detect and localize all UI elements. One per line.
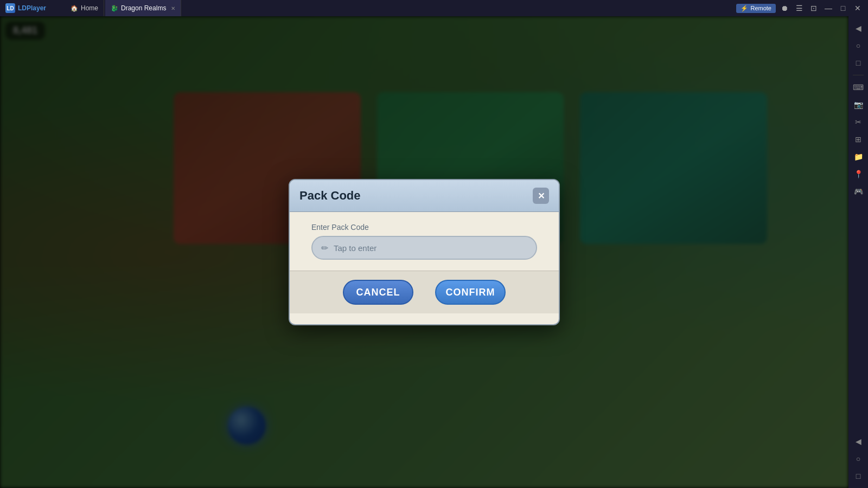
app-logo: LD LDPlayer <box>0 3 65 13</box>
titlebar: LD LDPlayer 🏠 Home 🐉 Dragon Realms ✕ ⚡ R… <box>0 0 868 16</box>
close-button[interactable]: ✕ <box>852 2 864 14</box>
input-label: Enter Pack Code <box>311 223 537 232</box>
pack-code-input[interactable]: ✏ Tap to enter <box>311 236 537 260</box>
edit-icon: ✏ <box>321 243 328 253</box>
square-icon[interactable]: □ <box>851 55 866 70</box>
confirm-button[interactable]: CONFIRM <box>435 280 506 305</box>
sidebar-divider-1 <box>853 75 864 75</box>
dialog-close-button[interactable]: ✕ <box>533 188 549 204</box>
game-area: 8,481 Pack Code ✕ Enter Pack Code ✏ Tap … <box>0 16 848 488</box>
gamepad-icon[interactable]: 🎮 <box>851 184 866 199</box>
remote-label: Remote <box>750 5 771 11</box>
cancel-button[interactable]: CANCEL <box>343 280 413 305</box>
arrow-left-icon[interactable]: ◀ <box>851 21 866 36</box>
pack-code-dialog: Pack Code ✕ Enter Pack Code ✏ Tap to ent… <box>289 179 560 325</box>
titlebar-tabs: 🏠 Home 🐉 Dragon Realms ✕ <box>65 0 732 16</box>
modal-overlay: Pack Code ✕ Enter Pack Code ✏ Tap to ent… <box>0 16 848 488</box>
sidebar-extra-icon[interactable]: □ <box>851 468 866 484</box>
input-placeholder: Tap to enter <box>334 243 376 253</box>
tab-dragon-realms-label: Dragon Realms <box>121 4 166 12</box>
camera-icon[interactable]: 📷 <box>851 97 866 112</box>
tab-dragon-realms[interactable]: 🐉 Dragon Realms ✕ <box>105 0 181 16</box>
dragon-icon: 🐉 <box>111 5 118 12</box>
fullscreen-button[interactable]: ⊡ <box>808 2 820 14</box>
circle-icon[interactable]: ○ <box>851 38 866 53</box>
remote-button[interactable]: ⚡ Remote <box>736 4 776 13</box>
dialog-header: Pack Code ✕ <box>290 180 559 212</box>
layers-icon[interactable]: ⊞ <box>851 132 866 147</box>
remote-icon: ⚡ <box>741 5 748 12</box>
restore-button[interactable]: □ <box>837 2 849 14</box>
sidebar-settings-icon[interactable]: ○ <box>851 451 866 466</box>
dialog-footer: CANCEL CONFIRM <box>290 271 559 313</box>
app-logo-icon: LD <box>5 3 15 13</box>
keyboard-icon[interactable]: ⌨ <box>851 80 866 95</box>
minimize-button[interactable]: — <box>822 2 834 14</box>
titlebar-controls: ⚡ Remote ⏺ ☰ ⊡ — □ ✕ <box>732 2 868 14</box>
folder-icon[interactable]: 📁 <box>851 149 866 164</box>
scissors-icon[interactable]: ✂ <box>851 114 866 130</box>
sidebar-collapse-icon[interactable]: ◀ <box>851 434 866 449</box>
settings-button[interactable]: ☰ <box>793 2 805 14</box>
tab-home[interactable]: 🏠 Home <box>65 0 104 16</box>
home-icon: 🏠 <box>71 5 78 12</box>
tab-close-button[interactable]: ✕ <box>171 5 175 11</box>
dialog-body: Enter Pack Code ✏ Tap to enter <box>290 212 559 271</box>
app-logo-text: LDPlayer <box>18 4 46 12</box>
right-sidebar: ◀ ○ □ ⌨ 📷 ✂ ⊞ 📁 📍 🎮 ◀ ○ □ <box>848 16 868 488</box>
location-icon[interactable]: 📍 <box>851 166 866 182</box>
dialog-title: Pack Code <box>299 189 361 203</box>
record-button[interactable]: ⏺ <box>778 2 790 14</box>
tab-home-label: Home <box>81 4 98 12</box>
